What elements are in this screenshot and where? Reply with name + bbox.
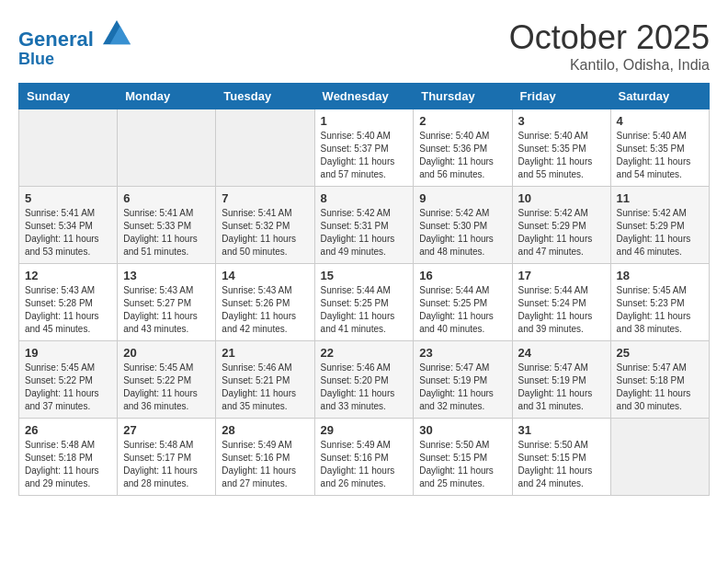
- sunrise-label: Sunrise: 5:42 AM: [419, 208, 489, 218]
- sunrise-label: Sunrise: 5:46 AM: [222, 362, 291, 373]
- sunrise-label: Sunrise: 5:43 AM: [25, 285, 95, 295]
- day-number: 25: [617, 346, 703, 360]
- daylight-label: Daylight: 11 hours and 55 minutes.: [518, 156, 593, 179]
- calendar-cell: 25 Sunrise: 5:47 AM Sunset: 5:18 PM Dayl…: [610, 341, 709, 419]
- calendar-week-row: 26 Sunrise: 5:48 AM Sunset: 5:18 PM Dayl…: [19, 419, 710, 496]
- cell-content: Sunrise: 5:40 AM Sunset: 5:36 PM Dayligh…: [419, 130, 506, 181]
- sunrise-label: Sunrise: 5:50 AM: [518, 440, 588, 450]
- cell-content: Sunrise: 5:40 AM Sunset: 5:35 PM Dayligh…: [518, 130, 605, 181]
- logo-blue: Blue: [18, 51, 131, 69]
- calendar-cell: 15 Sunrise: 5:44 AM Sunset: 5:25 PM Dayl…: [314, 264, 414, 341]
- daylight-label: Daylight: 11 hours and 45 minutes.: [25, 311, 99, 334]
- calendar-cell: [118, 109, 216, 187]
- daylight-label: Daylight: 11 hours and 57 minutes.: [321, 156, 395, 179]
- logo-text: General: [18, 18, 131, 51]
- calendar-cell: 4 Sunrise: 5:40 AM Sunset: 5:35 PM Dayli…: [610, 109, 709, 187]
- cell-content: Sunrise: 5:50 AM Sunset: 5:15 PM Dayligh…: [419, 439, 506, 490]
- sunset-label: Sunset: 5:22 PM: [123, 375, 191, 385]
- daylight-label: Daylight: 11 hours and 48 minutes.: [419, 234, 494, 257]
- daylight-label: Daylight: 11 hours and 36 minutes.: [123, 388, 198, 411]
- calendar-table: SundayMondayTuesdayWednesdayThursdayFrid…: [18, 83, 710, 496]
- day-number: 10: [518, 191, 605, 205]
- daylight-label: Daylight: 11 hours and 27 minutes.: [222, 465, 296, 488]
- day-number: 15: [321, 269, 408, 282]
- sunrise-label: Sunrise: 5:44 AM: [419, 285, 489, 295]
- sunset-label: Sunset: 5:16 PM: [222, 453, 290, 463]
- sunset-label: Sunset: 5:25 PM: [321, 298, 389, 308]
- sunrise-label: Sunrise: 5:47 AM: [617, 362, 687, 373]
- daylight-label: Daylight: 11 hours and 24 minutes.: [518, 465, 593, 488]
- calendar-cell: 18 Sunrise: 5:45 AM Sunset: 5:23 PM Dayl…: [610, 264, 709, 341]
- calendar-cell: 20 Sunrise: 5:45 AM Sunset: 5:22 PM Dayl…: [118, 341, 216, 419]
- day-number: 1: [321, 114, 408, 128]
- daylight-label: Daylight: 11 hours and 50 minutes.: [222, 234, 296, 257]
- cell-content: Sunrise: 5:46 AM Sunset: 5:21 PM Dayligh…: [222, 362, 308, 413]
- day-number: 30: [419, 423, 506, 437]
- calendar-cell: [19, 109, 118, 187]
- daylight-label: Daylight: 11 hours and 49 minutes.: [321, 234, 395, 257]
- day-number: 4: [617, 114, 703, 128]
- sunrise-label: Sunrise: 5:42 AM: [321, 208, 391, 218]
- calendar-cell: 8 Sunrise: 5:42 AM Sunset: 5:31 PM Dayli…: [314, 187, 414, 264]
- sunrise-label: Sunrise: 5:43 AM: [222, 285, 291, 295]
- sunset-label: Sunset: 5:37 PM: [321, 144, 389, 154]
- cell-content: Sunrise: 5:41 AM Sunset: 5:33 PM Dayligh…: [123, 207, 210, 259]
- day-number: 14: [222, 269, 308, 282]
- daylight-label: Daylight: 11 hours and 37 minutes.: [25, 388, 99, 411]
- cell-content: Sunrise: 5:47 AM Sunset: 5:19 PM Dayligh…: [518, 362, 605, 413]
- sunset-label: Sunset: 5:31 PM: [321, 221, 389, 231]
- location: Kantilo, Odisha, India: [509, 57, 710, 74]
- sunset-label: Sunset: 5:16 PM: [321, 453, 389, 463]
- calendar-cell: 19 Sunrise: 5:45 AM Sunset: 5:22 PM Dayl…: [19, 341, 118, 419]
- weekday-header: Wednesday: [314, 84, 414, 109]
- day-number: 20: [123, 346, 210, 360]
- daylight-label: Daylight: 11 hours and 31 minutes.: [518, 388, 593, 411]
- sunset-label: Sunset: 5:33 PM: [123, 221, 191, 231]
- daylight-label: Daylight: 11 hours and 25 minutes.: [419, 465, 494, 488]
- day-number: 17: [518, 269, 605, 282]
- sunrise-label: Sunrise: 5:47 AM: [419, 362, 489, 373]
- sunset-label: Sunset: 5:28 PM: [25, 298, 93, 308]
- sunset-label: Sunset: 5:27 PM: [123, 298, 191, 308]
- daylight-label: Daylight: 11 hours and 43 minutes.: [123, 311, 198, 334]
- sunset-label: Sunset: 5:35 PM: [617, 144, 685, 154]
- day-number: 8: [321, 191, 408, 205]
- logo: General Blue: [18, 18, 131, 69]
- calendar-cell: 11 Sunrise: 5:42 AM Sunset: 5:29 PM Dayl…: [610, 187, 709, 264]
- cell-content: Sunrise: 5:48 AM Sunset: 5:17 PM Dayligh…: [123, 439, 210, 490]
- calendar-cell: 3 Sunrise: 5:40 AM Sunset: 5:35 PM Dayli…: [512, 109, 610, 187]
- page-header: General Blue October 2025 Kantilo, Odish…: [18, 18, 710, 74]
- sunrise-label: Sunrise: 5:40 AM: [617, 131, 687, 141]
- sunset-label: Sunset: 5:15 PM: [419, 453, 487, 463]
- calendar-cell: 29 Sunrise: 5:49 AM Sunset: 5:16 PM Dayl…: [314, 419, 414, 496]
- sunset-label: Sunset: 5:15 PM: [518, 453, 586, 463]
- sunrise-label: Sunrise: 5:40 AM: [419, 131, 489, 141]
- calendar-cell: 31 Sunrise: 5:50 AM Sunset: 5:15 PM Dayl…: [512, 419, 610, 496]
- daylight-label: Daylight: 11 hours and 46 minutes.: [617, 234, 691, 257]
- calendar-cell: 23 Sunrise: 5:47 AM Sunset: 5:19 PM Dayl…: [414, 341, 512, 419]
- daylight-label: Daylight: 11 hours and 28 minutes.: [123, 465, 198, 488]
- weekday-header: Sunday: [19, 84, 118, 109]
- daylight-label: Daylight: 11 hours and 26 minutes.: [321, 465, 395, 488]
- daylight-label: Daylight: 11 hours and 47 minutes.: [518, 234, 593, 257]
- sunset-label: Sunset: 5:35 PM: [518, 144, 586, 154]
- sunset-label: Sunset: 5:18 PM: [25, 453, 93, 463]
- daylight-label: Daylight: 11 hours and 53 minutes.: [25, 234, 99, 257]
- sunrise-label: Sunrise: 5:49 AM: [222, 440, 291, 450]
- calendar-cell: 12 Sunrise: 5:43 AM Sunset: 5:28 PM Dayl…: [19, 264, 118, 341]
- sunrise-label: Sunrise: 5:41 AM: [25, 208, 95, 218]
- calendar-cell: 22 Sunrise: 5:46 AM Sunset: 5:20 PM Dayl…: [314, 341, 414, 419]
- calendar-week-row: 1 Sunrise: 5:40 AM Sunset: 5:37 PM Dayli…: [19, 109, 710, 187]
- sunset-label: Sunset: 5:19 PM: [518, 375, 586, 385]
- cell-content: Sunrise: 5:45 AM Sunset: 5:22 PM Dayligh…: [25, 362, 111, 413]
- day-number: 18: [617, 269, 703, 282]
- calendar-cell: 21 Sunrise: 5:46 AM Sunset: 5:21 PM Dayl…: [216, 341, 314, 419]
- calendar-cell: 9 Sunrise: 5:42 AM Sunset: 5:30 PM Dayli…: [414, 187, 512, 264]
- weekday-header: Friday: [512, 84, 610, 109]
- title-block: October 2025 Kantilo, Odisha, India: [509, 18, 710, 74]
- cell-content: Sunrise: 5:46 AM Sunset: 5:20 PM Dayligh…: [321, 362, 408, 413]
- sunrise-label: Sunrise: 5:45 AM: [25, 362, 95, 373]
- day-number: 6: [123, 191, 210, 205]
- cell-content: Sunrise: 5:47 AM Sunset: 5:19 PM Dayligh…: [419, 362, 506, 413]
- daylight-label: Daylight: 11 hours and 51 minutes.: [123, 234, 198, 257]
